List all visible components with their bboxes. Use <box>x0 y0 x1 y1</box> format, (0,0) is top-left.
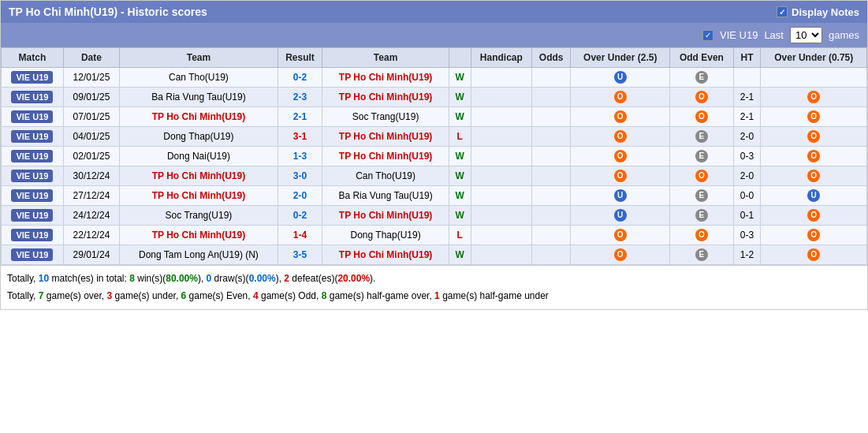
ht-cell: 2-0 <box>733 127 761 147</box>
oddeven-cell: E <box>670 147 733 166</box>
ht-cell: 0-3 <box>733 226 761 245</box>
team2-cell[interactable]: Soc Trang(U19) <box>322 107 449 127</box>
ou075-cell: U <box>761 186 867 206</box>
oddeven-cell: E <box>670 206 733 226</box>
date-cell: 24/12/24 <box>63 206 119 226</box>
table-row: VIE U1907/01/25TP Ho Chi Minh(U19)2-1Soc… <box>2 107 867 127</box>
match-badge[interactable]: VIE U19 <box>11 170 53 182</box>
ht-cell: 2-0 <box>733 166 761 186</box>
odds-cell <box>532 88 571 107</box>
oddeven-cell: E <box>670 68 733 88</box>
table-header-row: Match Date Team Result Team Handicap Odd… <box>2 48 867 68</box>
team2-cell[interactable]: TP Ho Chi Minh(U19) <box>322 245 449 265</box>
handicap-cell <box>471 68 532 88</box>
result-cell: 3-0 <box>278 166 322 186</box>
result-cell: 3-5 <box>278 245 322 265</box>
ht-cell: 2-1 <box>733 107 761 127</box>
team1-cell[interactable]: TP Ho Chi Minh(U19) <box>120 226 278 245</box>
team1-cell[interactable]: Dong Thap(U19) <box>120 127 278 147</box>
match-badge[interactable]: VIE U19 <box>11 229 53 241</box>
ou25-cell: O <box>571 127 670 147</box>
league-checkbox[interactable]: ✓ <box>702 30 713 41</box>
team1-cell[interactable]: Dong Tam Long An(U19) (N) <box>120 245 278 265</box>
match-badge[interactable]: VIE U19 <box>11 248 53 261</box>
match-cell: VIE U19 <box>2 226 64 245</box>
match-cell: VIE U19 <box>2 186 64 206</box>
wl-cell: W <box>449 206 471 226</box>
ou25-cell: U <box>571 186 670 206</box>
match-cell: VIE U19 <box>2 127 64 147</box>
result-cell: 3-1 <box>278 127 322 147</box>
col-odds: Odds <box>532 48 571 68</box>
games-label: games <box>829 29 859 41</box>
page-title: TP Ho Chi Minh(U19) - Historic scores <box>9 6 207 18</box>
table-row: VIE U1904/01/25Dong Thap(U19)3-1TP Ho Ch… <box>2 127 867 147</box>
table-row: VIE U1912/01/25Can Tho(U19)0-2TP Ho Chi … <box>2 68 867 88</box>
col-ht: HT <box>733 48 761 68</box>
result-cell: 1-3 <box>278 147 322 166</box>
match-badge[interactable]: VIE U19 <box>11 71 53 84</box>
filter-bar: ✓ VIE U19 Last 10 5 15 20 All games <box>1 23 867 47</box>
result-cell: 1-4 <box>278 226 322 245</box>
ht-cell <box>733 68 761 88</box>
team1-cell[interactable]: Soc Trang(U19) <box>120 206 278 226</box>
display-notes-checkbox[interactable]: ✓ <box>777 6 788 17</box>
col-team2: Team <box>322 48 449 68</box>
match-badge[interactable]: VIE U19 <box>11 110 53 123</box>
match-badge[interactable]: VIE U19 <box>11 150 53 162</box>
team2-cell[interactable]: Ba Ria Vung Tau(U19) <box>322 186 449 206</box>
team2-cell[interactable]: TP Ho Chi Minh(U19) <box>322 68 449 88</box>
team2-cell[interactable]: TP Ho Chi Minh(U19) <box>322 206 449 226</box>
handicap-cell <box>471 127 532 147</box>
match-cell: VIE U19 <box>2 107 64 127</box>
result-cell: 2-1 <box>278 107 322 127</box>
match-badge[interactable]: VIE U19 <box>11 130 53 143</box>
team2-cell[interactable]: Can Tho(U19) <box>322 166 449 186</box>
last-games-select[interactable]: 10 5 15 20 All <box>790 27 822 43</box>
match-badge[interactable]: VIE U19 <box>11 91 53 103</box>
summary-line-2: Totally, 7 game(s) over, 3 game(s) under… <box>7 288 861 305</box>
team2-cell[interactable]: TP Ho Chi Minh(U19) <box>322 88 449 107</box>
date-cell: 12/01/25 <box>63 68 119 88</box>
summary-line-1: Totally, 10 match(es) in total: 8 win(s)… <box>7 271 861 288</box>
odds-cell <box>532 147 571 166</box>
handicap-cell <box>471 226 532 245</box>
table-row: VIE U1922/12/24TP Ho Chi Minh(U19)1-4Don… <box>2 226 867 245</box>
handicap-cell <box>471 166 532 186</box>
date-cell: 09/01/25 <box>63 88 119 107</box>
team1-cell[interactable]: Can Tho(U19) <box>120 68 278 88</box>
col-date: Date <box>63 48 119 68</box>
result-cell: 0-2 <box>278 68 322 88</box>
team2-cell[interactable]: TP Ho Chi Minh(U19) <box>322 147 449 166</box>
date-cell: 02/01/25 <box>63 147 119 166</box>
wl-cell: W <box>449 68 471 88</box>
team1-cell[interactable]: Ba Ria Vung Tau(U19) <box>120 88 278 107</box>
oddeven-cell: O <box>670 226 733 245</box>
ht-cell: 0-1 <box>733 206 761 226</box>
col-team1: Team <box>120 48 278 68</box>
match-badge[interactable]: VIE U19 <box>11 209 53 222</box>
team1-cell[interactable]: TP Ho Chi Minh(U19) <box>120 107 278 127</box>
wl-cell: L <box>449 127 471 147</box>
match-cell: VIE U19 <box>2 88 64 107</box>
odds-cell <box>532 166 571 186</box>
odds-cell <box>532 68 571 88</box>
handicap-cell <box>471 88 532 107</box>
team1-cell[interactable]: Dong Nai(U19) <box>120 147 278 166</box>
ou25-cell: O <box>571 226 670 245</box>
oddeven-cell: E <box>670 127 733 147</box>
ou25-cell: O <box>571 88 670 107</box>
match-cell: VIE U19 <box>2 245 64 265</box>
ou075-cell: O <box>761 147 867 166</box>
ht-cell: 0-3 <box>733 147 761 166</box>
match-badge[interactable]: VIE U19 <box>11 189 53 202</box>
wl-cell: W <box>449 186 471 206</box>
team2-cell[interactable]: TP Ho Chi Minh(U19) <box>322 127 449 147</box>
ou075-cell: O <box>761 226 867 245</box>
handicap-cell <box>471 147 532 166</box>
team1-cell[interactable]: TP Ho Chi Minh(U19) <box>120 166 278 186</box>
team1-cell[interactable]: TP Ho Chi Minh(U19) <box>120 186 278 206</box>
table-row: VIE U1902/01/25Dong Nai(U19)1-3TP Ho Chi… <box>2 147 867 166</box>
team2-cell[interactable]: Dong Thap(U19) <box>322 226 449 245</box>
oddeven-cell: E <box>670 245 733 265</box>
